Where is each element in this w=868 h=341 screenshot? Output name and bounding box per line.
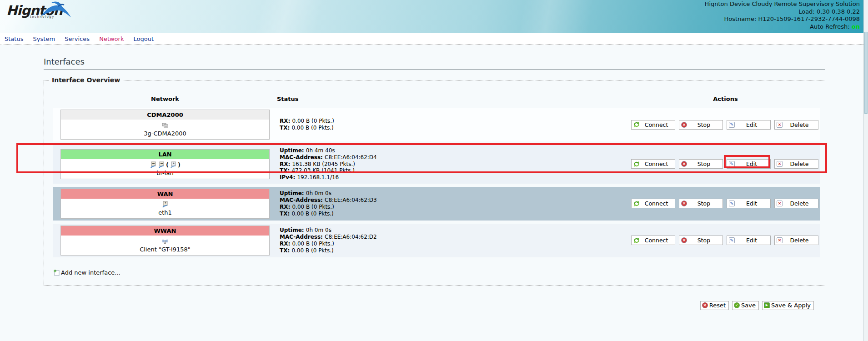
connect-icon <box>633 121 640 128</box>
table-row-lan: LAN ( ) br-lan <box>53 145 820 184</box>
column-header-network: Network <box>53 95 277 102</box>
column-header-actions: Actions <box>631 95 820 102</box>
form-footer: × Reset ✓ Save ▶ Save & Apply <box>0 301 814 310</box>
add-new-interface-link[interactable]: Add new interface... <box>53 269 140 276</box>
product-title: Hignton Device Cloudy Remote Supervisory… <box>705 0 860 8</box>
stop-button[interactable]: × Stop <box>679 199 723 208</box>
interface-name: 3g-CDMA2000 <box>61 130 269 137</box>
table-row-wwan: WWAN <box>53 224 820 257</box>
stop-icon: × <box>681 237 687 243</box>
connect-button[interactable]: Connect <box>631 120 675 130</box>
reset-button[interactable]: × Reset <box>700 301 729 310</box>
nav-item-services[interactable]: Services <box>65 35 90 42</box>
edit-button[interactable]: ✎ Edit <box>727 236 771 245</box>
network-cell: WWAN <box>53 226 277 256</box>
brand-logo: Hignton technology <box>6 4 62 19</box>
connect-button[interactable]: Connect <box>631 199 675 208</box>
stop-icon: × <box>681 161 687 167</box>
ethernet-icon <box>150 161 157 169</box>
stop-icon: × <box>681 201 687 206</box>
network-name: LAN <box>61 150 269 159</box>
table-row-cdma2000: CDMA2000 3g-CDMA2000 <box>53 108 820 141</box>
delete-icon: × <box>777 122 783 128</box>
hostname-value: H120-1509-1617-2932-7744-0098 <box>758 15 860 22</box>
connect-button[interactable]: Connect <box>631 159 675 169</box>
page-title: Interfaces <box>44 57 825 70</box>
interface-name: Client "GT-I9158" <box>61 246 269 253</box>
table-row-wan: WAN eth1 Uptime0h 0m 0s MAC-AddressC8:EE… <box>53 187 820 221</box>
paren-close: ) <box>178 161 181 168</box>
reset-icon: × <box>702 302 708 308</box>
connect-button[interactable]: Connect <box>631 236 675 245</box>
edit-icon: ✎ <box>729 122 735 128</box>
autorefresh-label: Auto Refresh: <box>810 23 850 30</box>
delete-icon: × <box>777 237 783 243</box>
delete-icon: × <box>777 201 783 206</box>
delete-button[interactable]: × Delete <box>774 199 818 208</box>
ethernet-icon <box>158 161 165 169</box>
save-button[interactable]: ✓ Save <box>732 301 759 310</box>
autorefresh-status: on <box>852 23 860 30</box>
stop-button[interactable]: × Stop <box>679 120 723 130</box>
stop-button[interactable]: × Stop <box>679 236 723 245</box>
autorefresh-line: Auto Refresh: on <box>705 23 860 31</box>
main-content: Interfaces Interface Overview Network St… <box>0 45 868 341</box>
antelope-swoosh-icon <box>37 1 71 19</box>
save-icon: ✓ <box>734 302 740 308</box>
delete-button[interactable]: × Delete <box>774 159 818 169</box>
paren-open: ( <box>166 161 169 168</box>
main-nav: Status System Services Network Logout <box>0 33 868 45</box>
network-box: WWAN <box>60 226 270 256</box>
edit-icon: ✎ <box>729 237 735 243</box>
network-name: WAN <box>61 189 269 199</box>
nav-item-system[interactable]: System <box>33 35 55 42</box>
status-cell: Uptime0h 0m 0s MAC-AddressC8:EE:A6:04:62… <box>277 226 631 255</box>
load-line: Load: 0.30 0.38 0.22 <box>705 8 860 16</box>
add-icon <box>53 269 60 276</box>
network-cell: LAN ( ) br-lan <box>53 149 277 179</box>
load-label: Load: <box>798 8 815 15</box>
network-box: CDMA2000 3g-CDMA2000 <box>60 110 270 140</box>
load-value: 0.30 0.38 0.22 <box>817 8 860 15</box>
hostname-line: Hostname: H120-1509-1617-2932-7744-0098 <box>705 15 860 23</box>
interface-name: eth1 <box>61 209 269 216</box>
network-name: WWAN <box>61 226 269 236</box>
scrollbar-thumb[interactable] <box>864 32 868 114</box>
stop-button[interactable]: × Stop <box>679 159 723 169</box>
delete-button[interactable]: × Delete <box>774 236 818 245</box>
nav-item-logout[interactable]: Logout <box>134 35 154 42</box>
connect-icon <box>633 237 640 244</box>
ethernet-icon <box>161 201 169 208</box>
save-apply-button[interactable]: ▶ Save & Apply <box>762 301 814 310</box>
nav-item-status[interactable]: Status <box>5 35 23 42</box>
fieldset-legend: Interface Overview <box>49 76 123 84</box>
edit-button-lan[interactable]: ✎ Edit <box>727 159 771 169</box>
wireless-antenna-icon <box>161 238 169 245</box>
wifi-client-icon <box>170 161 177 169</box>
hostname-label: Hostname: <box>724 15 757 22</box>
status-cell: RX0.00 B (0 Pkts.) TX0.00 B (0 Pkts.) <box>277 117 631 132</box>
edit-button[interactable]: ✎ Edit <box>727 199 771 208</box>
actions-cell: Connect × Stop ✎ Edit × Delete <box>631 236 820 245</box>
actions-cell: Connect × Stop ✎ Edit × Delete <box>631 159 820 169</box>
edit-button[interactable]: ✎ Edit <box>727 120 771 130</box>
nav-item-network[interactable]: Network <box>99 35 124 42</box>
vertical-scrollbar[interactable] <box>863 0 868 341</box>
interface-name: br-lan <box>61 170 269 176</box>
edit-icon: ✎ <box>729 161 735 167</box>
connect-icon <box>633 161 640 167</box>
network-cell: CDMA2000 3g-CDMA2000 <box>53 110 277 140</box>
actions-cell: Connect × Stop ✎ Edit × Delete <box>631 199 820 208</box>
network-box: WAN eth1 <box>60 189 270 219</box>
stop-icon: × <box>681 122 687 128</box>
status-cell: Uptime0h 0m 0s MAC-AddressC8:EE:A6:04:62… <box>277 189 631 218</box>
actions-cell: Connect × Stop ✎ Edit × Delete <box>631 120 820 130</box>
table-header-row: Network Status Actions <box>53 95 820 102</box>
header-bar: Hignton technology Hignton Device Cloudy… <box>0 0 868 33</box>
delete-button[interactable]: × Delete <box>774 120 818 130</box>
system-info: Hignton Device Cloudy Remote Supervisory… <box>705 0 860 30</box>
save-apply-icon: ▶ <box>764 302 770 308</box>
connect-icon <box>633 201 640 207</box>
delete-icon: × <box>777 161 783 167</box>
status-cell: Uptime0h 4m 40s MAC-AddressC8:EE:A6:04:6… <box>277 146 631 182</box>
